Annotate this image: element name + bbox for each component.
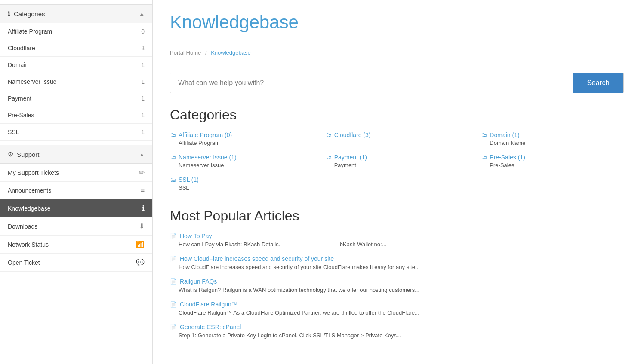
sidebar-category-item[interactable]: Pre-Sales1: [0, 107, 152, 124]
sidebar-support-title: Support: [17, 151, 40, 158]
category-item: 🗂 Cloudflare (3): [326, 132, 468, 146]
category-link-text: Payment (1): [334, 154, 367, 161]
sidebar-support-item[interactable]: Open Ticket💬: [0, 254, 152, 272]
info-icon: ℹ: [8, 10, 10, 18]
category-link[interactable]: 🗂 Cloudflare (3): [326, 132, 468, 138]
sidebar-support-label: Knowledgebase: [8, 205, 51, 212]
folder-icon: 🗂: [481, 154, 487, 161]
article-title: CloudFlare Railgun™: [180, 301, 237, 308]
sidebar-category-label: Cloudflare: [8, 45, 35, 52]
category-item: 🗂 Affiliate Program (0) Affiliate Progra…: [170, 132, 313, 146]
category-link[interactable]: 🗂 Domain (1): [481, 132, 624, 138]
main-content: Knowledgebase Portal Home / Knowledgebas…: [153, 0, 641, 364]
sidebar-categories-title: Categories: [14, 10, 45, 18]
article-item: 📄 Railgun FAQs What is Railgun? Railgun …: [170, 278, 624, 293]
category-item: 🗂 Pre-Sales (1) Pre-Sales: [481, 154, 624, 168]
folder-icon: 🗂: [170, 176, 176, 183]
category-item: 🗂 Domain (1) Domain Name: [481, 132, 624, 146]
articles-section-title: Most Popular Articles: [170, 208, 624, 224]
category-link-text: Cloudflare (3): [334, 132, 371, 138]
article-icon: 📄: [170, 256, 177, 262]
sidebar-support-label: Announcements: [8, 187, 51, 194]
sidebar-support-item[interactable]: Network Status📶: [0, 236, 152, 254]
article-item: 📄 CloudFlare Railgun™ CloudFlare Railgun…: [170, 301, 624, 316]
page-title: Knowledgebase: [170, 12, 624, 33]
category-item: 🗂 Payment (1) Payment: [326, 154, 468, 168]
sidebar-support-item[interactable]: Downloads⬇: [0, 217, 152, 236]
sidebar-category-count: 3: [141, 45, 145, 52]
folder-icon: 🗂: [481, 132, 487, 138]
sidebar-category-item[interactable]: Domain1: [0, 57, 152, 73]
sidebar-support-item[interactable]: Announcements≡: [0, 182, 152, 199]
category-link-text: Pre-Sales (1): [490, 154, 525, 161]
sidebar-category-item[interactable]: Cloudflare3: [0, 40, 152, 57]
article-icon: 📄: [170, 278, 177, 285]
sidebar-support-icon: ⬇: [139, 222, 145, 230]
category-link[interactable]: 🗂 Nameserver Issue (1): [170, 154, 313, 161]
category-link[interactable]: 🗂 Payment (1): [326, 154, 468, 161]
search-input[interactable]: [170, 73, 573, 93]
article-link[interactable]: 📄 How To Pay: [170, 232, 624, 239]
article-desc: CloudFlare Railgun™ As a CloudFlare Opti…: [170, 309, 624, 316]
folder-icon: 🗂: [170, 132, 176, 138]
article-icon: 📄: [170, 324, 177, 330]
article-item: 📄 How CloudFlare increases speed and sec…: [170, 255, 624, 270]
breadcrumb-separator: /: [205, 49, 207, 56]
sidebar-support-icon: 📶: [136, 240, 145, 248]
category-item: 🗂 SSL (1) SSL: [170, 176, 313, 191]
article-item: 📄 Generate CSR: cPanel Step 1: Generate …: [170, 324, 624, 339]
article-link[interactable]: 📄 Generate CSR: cPanel: [170, 324, 624, 330]
categories-section-title: Categories: [170, 107, 624, 123]
article-icon: 📄: [170, 301, 177, 308]
sidebar-support-item[interactable]: Knowledgebaseℹ: [0, 199, 152, 217]
article-link[interactable]: 📄 Railgun FAQs: [170, 278, 624, 285]
sidebar: ℹ Categories ▲ Affiliate Program0Cloudfl…: [0, 0, 153, 364]
article-title: Railgun FAQs: [180, 278, 217, 285]
folder-icon: 🗂: [326, 132, 332, 138]
category-desc: Nameserver Issue: [170, 162, 313, 168]
category-link-text: SSL (1): [179, 176, 199, 183]
category-link[interactable]: 🗂 SSL (1): [170, 176, 313, 183]
article-desc: How can I Pay via Bkash: BKash Details.-…: [170, 241, 624, 248]
article-desc: How CloudFlare increases speed and secur…: [170, 264, 624, 270]
article-icon: 📄: [170, 233, 177, 239]
sidebar-category-count: 0: [141, 28, 145, 35]
category-desc: Domain Name: [481, 140, 624, 146]
sidebar-support-header: ⚙ Support ▲: [0, 145, 152, 164]
support-icon: ⚙: [8, 150, 13, 158]
breadcrumb-home[interactable]: Portal Home: [170, 49, 201, 56]
sidebar-category-count: 1: [141, 112, 145, 119]
article-title: Generate CSR: cPanel: [180, 324, 241, 330]
sidebar-categories-list: Affiliate Program0Cloudflare3Domain1Name…: [0, 23, 152, 141]
sidebar-support-item[interactable]: My Support Tickets✏: [0, 164, 152, 182]
category-desc: Affiliate Program: [170, 140, 313, 146]
article-link[interactable]: 📄 CloudFlare Railgun™: [170, 301, 624, 308]
article-link[interactable]: 📄 How CloudFlare increases speed and sec…: [170, 255, 624, 262]
sidebar-support-icon: 💬: [136, 258, 145, 266]
sidebar-support-icon: ✏: [139, 168, 145, 177]
article-title: How To Pay: [180, 232, 212, 239]
sidebar-category-label: Affiliate Program: [8, 28, 52, 35]
sidebar-category-item[interactable]: Affiliate Program0: [0, 23, 152, 40]
sidebar-category-label: Payment: [8, 95, 31, 102]
sidebar-categories-header: ℹ Categories ▲: [0, 4, 152, 23]
search-button[interactable]: Search: [573, 73, 624, 93]
category-link[interactable]: 🗂 Affiliate Program (0): [170, 132, 313, 138]
sidebar-category-item[interactable]: SSL1: [0, 124, 152, 141]
chevron-up-icon-support: ▲: [139, 151, 145, 158]
sidebar-category-item[interactable]: Nameserver Issue1: [0, 73, 152, 90]
category-link[interactable]: 🗂 Pre-Sales (1): [481, 154, 624, 161]
category-link-text: Nameserver Issue (1): [179, 154, 237, 161]
sidebar-category-item[interactable]: Payment1: [0, 90, 152, 107]
article-item: 📄 How To Pay How can I Pay via Bkash: BK…: [170, 232, 624, 248]
sidebar-support-icon: ℹ: [142, 204, 145, 212]
articles-list: 📄 How To Pay How can I Pay via Bkash: BK…: [170, 232, 624, 339]
category-item: 🗂 Nameserver Issue (1) Nameserver Issue: [170, 154, 313, 168]
sidebar-support-label: Open Ticket: [8, 259, 40, 266]
sidebar-category-label: SSL: [8, 128, 19, 135]
sidebar-category-count: 1: [141, 78, 145, 85]
sidebar-support-label: Downloads: [8, 223, 37, 230]
category-desc: Pre-Sales: [481, 162, 624, 168]
sidebar-support-label: My Support Tickets: [8, 169, 59, 176]
breadcrumb-current: Knowledgebase: [211, 49, 251, 56]
